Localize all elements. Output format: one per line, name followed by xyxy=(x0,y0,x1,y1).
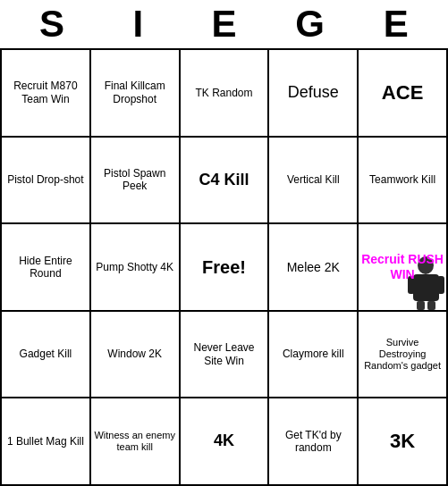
cell-4-1-text: Witness an enemy team kill xyxy=(94,430,176,453)
cell-4-0-text: 1 Bullet Mag Kill xyxy=(7,435,84,448)
cell-0-2: TK Random xyxy=(181,50,270,138)
cell-3-1: Window 2K xyxy=(91,312,181,399)
title-letter-e: E xyxy=(183,3,264,46)
cell-2-1: Pump Shotty 4K xyxy=(91,224,181,312)
cell-2-3: Melee 2K xyxy=(269,224,359,312)
cell-0-2-text: TK Random xyxy=(195,87,252,99)
cell-4-4-text: 3K xyxy=(390,430,415,453)
svg-rect-5 xyxy=(427,301,435,310)
cell-1-2: C4 Kill xyxy=(181,138,270,225)
cell-3-3: Claymore kill xyxy=(269,312,359,399)
cell-2-4: Recruit RUSH WIN xyxy=(359,224,448,312)
cell-2-4-text: Recruit RUSH WIN xyxy=(360,252,444,282)
cell-1-0-text: Pistol Drop-shot xyxy=(7,173,83,186)
cell-4-2: 4K xyxy=(181,398,270,486)
cell-3-2: Never Leave Site Win xyxy=(181,312,270,399)
cell-0-1: Final Killcam Dropshot xyxy=(91,50,181,138)
title-letter-g: G xyxy=(270,3,351,46)
cell-1-2-text: C4 Kill xyxy=(199,171,249,190)
title-letter-i: I xyxy=(97,3,178,46)
bingo-card: S I E G E Recruit M870 Team Win Final Ki… xyxy=(0,0,448,486)
cell-0-3-text: Defuse xyxy=(288,83,339,103)
cell-2-0: Hide Entire Round xyxy=(2,224,91,312)
cell-4-4: 3K xyxy=(359,398,448,486)
cell-3-0: Gadget Kill xyxy=(2,312,91,399)
cell-0-4-text: ACE xyxy=(382,81,423,105)
svg-rect-4 xyxy=(417,301,425,310)
cell-2-2: Free! xyxy=(181,224,270,312)
cell-0-4: ACE xyxy=(359,50,448,138)
bingo-grid: Recruit M870 Team Win Final Killcam Drop… xyxy=(0,48,448,486)
cell-1-3-text: Vertical Kill xyxy=(287,173,340,186)
title-letter-s: S xyxy=(12,3,92,46)
cell-2-1-text: Pump Shotty 4K xyxy=(96,261,173,273)
title-letter-e2: E xyxy=(356,3,436,46)
cell-4-0: 1 Bullet Mag Kill xyxy=(2,398,91,486)
cell-1-3: Vertical Kill xyxy=(269,138,359,225)
cell-4-1: Witness an enemy team kill xyxy=(91,398,181,486)
cell-1-0: Pistol Drop-shot xyxy=(2,138,91,225)
cell-2-0-text: Hide Entire Round xyxy=(4,255,87,281)
cell-3-0-text: Gadget Kill xyxy=(20,348,72,360)
cell-3-3-text: Claymore kill xyxy=(283,348,344,360)
cell-1-4: Teamwork Kill xyxy=(359,138,448,225)
cell-4-2-text: 4K xyxy=(214,432,234,451)
cell-0-0-text: Recruit M870 Team Win xyxy=(4,80,87,105)
bingo-title: S I E G E xyxy=(0,0,448,48)
cell-0-0: Recruit M870 Team Win xyxy=(2,50,91,138)
cell-2-2-text: Free! xyxy=(202,256,246,278)
cell-4-3-text: Get TK'd by random xyxy=(272,429,354,455)
cell-0-3: Defuse xyxy=(269,50,359,138)
cell-3-4-text: Survive Destroying Random's gadget xyxy=(361,337,444,373)
cell-3-1-text: Window 2K xyxy=(107,348,162,360)
cell-2-3-text: Melee 2K xyxy=(287,260,340,275)
cell-0-1-text: Final Killcam Dropshot xyxy=(94,80,176,105)
cell-1-4-text: Teamwork Kill xyxy=(369,173,435,186)
cell-3-2-text: Never Leave Site Win xyxy=(183,341,266,367)
cell-4-3: Get TK'd by random xyxy=(269,398,359,486)
cell-1-1: Pistol Spawn Peek xyxy=(91,138,181,225)
cell-1-1-text: Pistol Spawn Peek xyxy=(94,167,176,193)
cell-3-4: Survive Destroying Random's gadget xyxy=(359,312,448,399)
